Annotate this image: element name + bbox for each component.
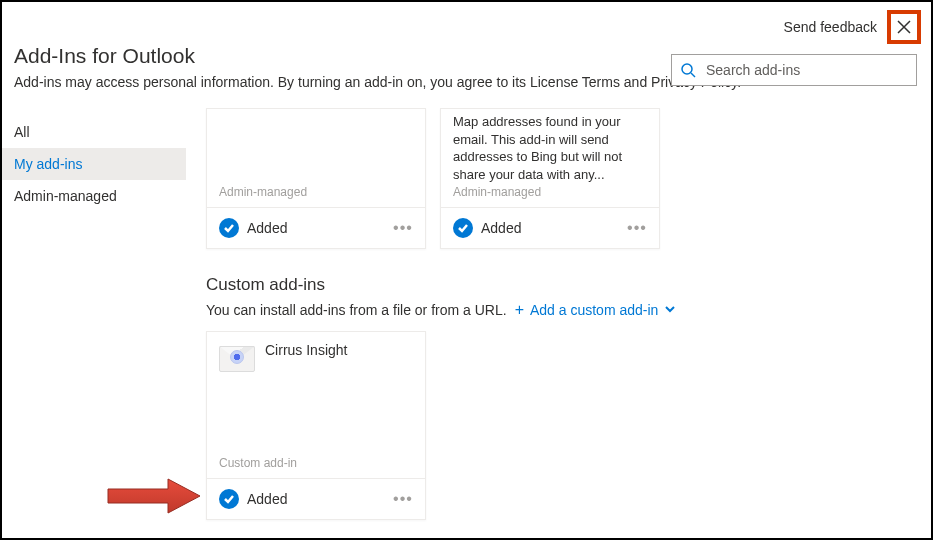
send-feedback-link[interactable]: Send feedback — [784, 19, 877, 35]
addin-card[interactable]: Cirrus Insight Custom add-in Added ••• — [206, 331, 426, 520]
add-custom-addin-button[interactable]: + Add a custom add-in — [515, 301, 677, 319]
addin-status: Added — [481, 220, 619, 236]
plus-icon: + — [515, 301, 524, 319]
addin-card[interactable]: Admin-managed Added ••• — [206, 108, 426, 249]
more-button[interactable]: ••• — [627, 219, 647, 237]
envelope-icon — [219, 342, 255, 372]
svg-point-0 — [682, 64, 692, 74]
search-input[interactable] — [704, 61, 908, 79]
addin-card[interactable]: Map addresses found in your email. This … — [440, 108, 660, 249]
addin-subtype: Custom add-in — [207, 456, 425, 478]
custom-section-title: Custom add-ins — [206, 275, 917, 295]
sidebar: All My add-ins Admin-managed — [2, 108, 186, 540]
check-icon — [219, 489, 239, 509]
search-box[interactable] — [671, 54, 917, 86]
main-content: Admin-managed Added ••• Map addresses fo… — [186, 108, 931, 540]
more-button[interactable]: ••• — [393, 490, 413, 508]
more-button[interactable]: ••• — [393, 219, 413, 237]
addin-subtype: Admin-managed — [207, 185, 425, 207]
search-icon — [680, 62, 696, 78]
add-custom-addin-label: Add a custom add-in — [530, 302, 658, 318]
sidebar-item-admin-managed[interactable]: Admin-managed — [2, 180, 186, 212]
addin-subtype: Admin-managed — [441, 185, 659, 207]
addin-status: Added — [247, 491, 385, 507]
chevron-down-icon — [664, 302, 676, 318]
addin-description: Map addresses found in your email. This … — [453, 109, 647, 183]
check-icon — [219, 218, 239, 238]
close-icon — [896, 19, 912, 35]
addin-name: Cirrus Insight — [265, 342, 347, 358]
close-button[interactable] — [887, 10, 921, 44]
sidebar-item-my-addins[interactable]: My add-ins — [2, 148, 186, 180]
sidebar-item-all[interactable]: All — [2, 116, 186, 148]
addin-status: Added — [247, 220, 385, 236]
check-icon — [453, 218, 473, 238]
annotation-arrow — [106, 477, 202, 515]
custom-section-subtitle: You can install add-ins from a file or f… — [206, 302, 507, 318]
